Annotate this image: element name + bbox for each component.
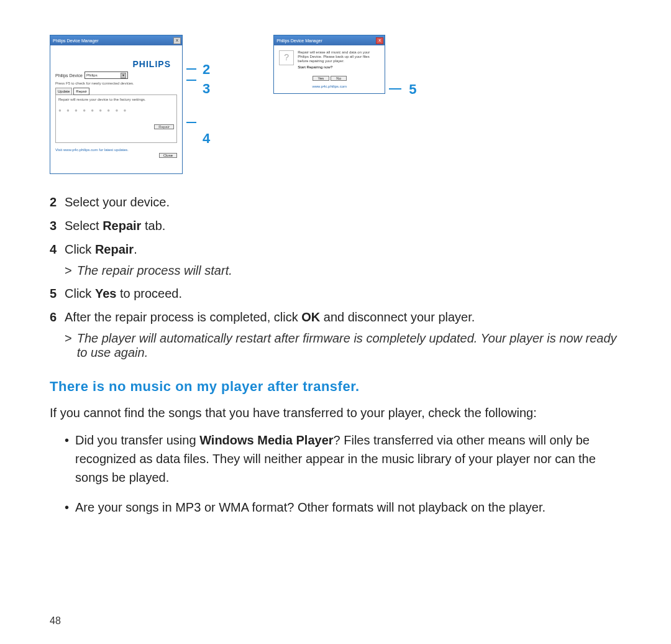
step-6-number: 6 xyxy=(50,308,58,326)
step-3-text: Select Repair tab. xyxy=(65,216,626,235)
step-4-text: Click Repair. xyxy=(65,240,626,259)
close-button[interactable]: Close xyxy=(159,153,177,158)
device-select-value: Philips xyxy=(86,73,98,77)
dialog-message: Repair will erase all music and data on … xyxy=(298,50,372,64)
confirm-dialog-window: Philips Device Manager x ? Repair will e… xyxy=(273,35,385,94)
no-button[interactable]: No xyxy=(331,76,347,81)
callout-3: 3 xyxy=(203,81,210,96)
section-intro: If you cannot find the songs that you ha… xyxy=(50,403,626,422)
step-5: 5 Click Yes to proceed. xyxy=(50,284,626,303)
device-manager-window: Philips Device Manager x PHILIPS Philips… xyxy=(50,35,183,174)
window-b-titlebar: Philips Device Manager x xyxy=(274,35,385,45)
close-icon[interactable]: x xyxy=(173,37,181,44)
bullet-1: Did you transfer using Windows Media Pla… xyxy=(65,431,626,487)
section-heading: There is no music on my player after tra… xyxy=(50,379,626,395)
step-4-number: 4 xyxy=(50,240,58,259)
callout-4: 4 xyxy=(203,131,210,146)
tab-repair-message: Repair will restore your device to the f… xyxy=(58,98,146,101)
f5-hint: Press F5 to check for newly connected de… xyxy=(55,81,177,85)
close-icon[interactable]: x xyxy=(376,37,383,44)
step-6-text: After the repair process is completed, c… xyxy=(65,308,626,326)
bullet-2: Are your songs in MP3 or WMA format? Oth… xyxy=(65,498,626,517)
step-3-number: 3 xyxy=(50,216,58,235)
question-icon: ? xyxy=(279,50,294,65)
step-6: 6 After the repair process is completed,… xyxy=(50,308,626,326)
step-3: 3 Select Repair tab. xyxy=(50,216,626,235)
leader-lines-b xyxy=(389,35,401,90)
callouts-a: 2 3 4 xyxy=(203,35,210,147)
tab-repair[interactable]: Repair xyxy=(73,88,89,95)
step-2-number: 2 xyxy=(50,193,58,211)
step-2-text: Select your device. xyxy=(65,193,626,211)
tab-repair-panel: Repair will restore your device to the f… xyxy=(55,94,177,143)
philips-logo: PHILIPS xyxy=(133,59,171,69)
chevron-right-icon: > xyxy=(65,264,72,278)
dialog-question: Start Repairing now? xyxy=(298,65,372,70)
progress-dots: ● ● ● ● ● ● ● ● ● xyxy=(58,108,174,113)
figure-area: Philips Device Manager x PHILIPS Philips… xyxy=(50,35,626,174)
leader-lines-a xyxy=(186,35,196,123)
step-4-result: > The repair process will start. xyxy=(65,264,626,278)
tab-update[interactable]: Update xyxy=(55,88,72,95)
callout-5: 5 xyxy=(409,82,416,97)
step-5-text: Click Yes to proceed. xyxy=(65,284,626,303)
steps-list: 2 Select your device. 3 Select Repair ta… xyxy=(50,193,626,360)
callout-2: 2 xyxy=(203,62,210,77)
window-b-title: Philips Device Manager xyxy=(276,39,322,43)
device-select[interactable]: Philips ▾ xyxy=(84,71,128,79)
updates-link[interactable]: Visit www.p4c.philips.com for latest upd… xyxy=(55,148,177,152)
chevron-down-icon: ▾ xyxy=(121,73,126,78)
yes-button[interactable]: Yes xyxy=(313,76,330,81)
window-a-titlebar: Philips Device Manager x xyxy=(50,35,182,45)
step-4: 4 Click Repair. xyxy=(50,240,626,259)
window-a-title: Philips Device Manager xyxy=(53,39,99,43)
repair-button[interactable]: Repair xyxy=(154,124,174,129)
step-5-number: 5 xyxy=(50,284,58,303)
step-6-result: > The player will automatically restart … xyxy=(65,331,626,360)
dialog-link[interactable]: www.p4c.philips.com xyxy=(279,85,380,88)
step-2: 2 Select your device. xyxy=(50,193,626,211)
device-label: Philips Device xyxy=(55,73,83,78)
page-number: 48 xyxy=(50,615,61,627)
callouts-b: 5 xyxy=(405,35,416,97)
bullet-list: Did you transfer using Windows Media Pla… xyxy=(65,431,626,517)
chevron-right-icon: > xyxy=(65,331,72,360)
